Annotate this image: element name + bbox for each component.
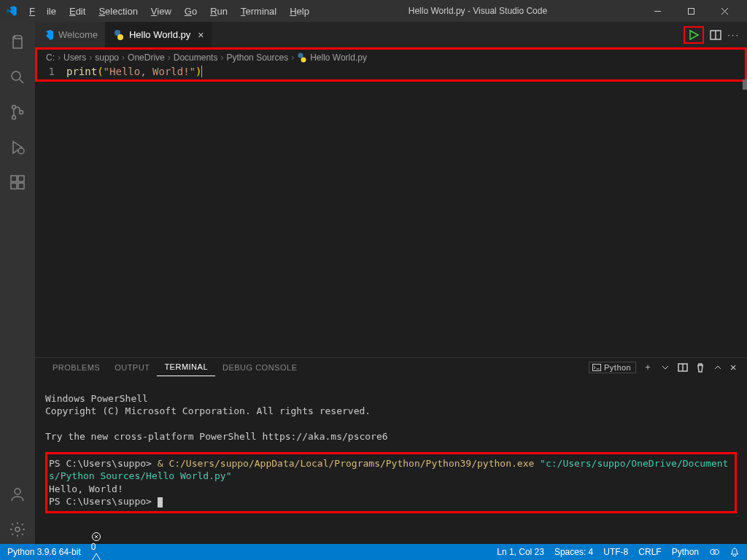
minimap[interactable]	[743, 79, 747, 90]
breadcrumb-seg[interactable]: Hello World.py	[310, 52, 367, 63]
breadcrumb-seg[interactable]: Python Sources	[226, 52, 288, 63]
tab-bar: Welcome Hello World.py × ···	[35, 22, 747, 47]
split-terminal-icon[interactable]	[678, 362, 688, 373]
chevron-right-icon: ›	[89, 52, 92, 63]
explorer-icon[interactable]	[0, 28, 35, 57]
chevron-up-icon[interactable]	[713, 362, 723, 373]
run-play-icon[interactable]	[688, 29, 700, 41]
chevron-right-icon: ›	[168, 52, 171, 63]
tab-label: Welcome	[58, 29, 98, 40]
menu-run[interactable]: Run	[204, 3, 233, 20]
svg-rect-7	[11, 183, 17, 189]
menu-help[interactable]: Help	[284, 3, 315, 20]
breadcrumb[interactable]: C:› Users› suppo› OneDrive› Documents› P…	[37, 50, 745, 66]
chevron-right-icon: ›	[122, 52, 125, 63]
panel-tab-terminal[interactable]: TERMINAL	[157, 358, 215, 376]
code-line[interactable]: print("Hello, World!")	[66, 66, 745, 78]
breadcrumb-seg[interactable]: Documents	[174, 52, 218, 63]
close-panel-icon[interactable]: ×	[730, 361, 737, 373]
status-language[interactable]: Python	[672, 547, 699, 557]
panel-tab-debug[interactable]: DEBUG CONSOLE	[215, 359, 304, 376]
settings-gear-icon[interactable]	[0, 515, 35, 544]
menu-bar: File Edit Selection View Go Run Terminal…	[23, 3, 315, 20]
terminal-prompt: PS C:\Users\suppo>	[49, 496, 158, 507]
search-icon[interactable]	[0, 63, 35, 92]
close-button[interactable]	[708, 0, 741, 22]
menu-selection[interactable]: Selection	[93, 3, 143, 20]
trash-icon[interactable]	[695, 362, 705, 373]
line-number: 1	[37, 66, 66, 78]
svg-rect-9	[18, 176, 24, 182]
vscode-icon	[42, 29, 54, 41]
close-icon[interactable]: ×	[198, 29, 204, 41]
status-encoding[interactable]: UTF-8	[603, 547, 628, 557]
title-bar: File Edit Selection View Go Run Terminal…	[0, 0, 747, 22]
svg-point-16	[301, 58, 306, 63]
status-bar: Python 3.9.6 64-bit 0 0 Ln 1, Col 23 Spa…	[0, 544, 747, 560]
maximize-button[interactable]	[674, 0, 708, 22]
terminal-highlight: PS C:\Users\suppo> & C:/Users/suppo/AppD…	[45, 452, 737, 513]
terminal-output[interactable]: Windows PowerShell Copyright (C) Microso…	[35, 376, 747, 545]
menu-go[interactable]: Go	[179, 3, 203, 20]
cursor	[201, 66, 202, 77]
chevron-down-icon[interactable]	[660, 362, 670, 373]
svg-point-21	[714, 550, 719, 555]
svg-point-1	[12, 71, 20, 80]
status-eol[interactable]: CRLF	[638, 547, 661, 557]
code-editor[interactable]: 1 print("Hello, World!")	[37, 66, 745, 79]
menu-terminal[interactable]: Terminal	[235, 3, 282, 20]
svg-rect-0	[688, 8, 694, 14]
vscode-logo-icon	[6, 5, 18, 17]
chevron-right-icon: ›	[291, 52, 294, 63]
tab-welcome[interactable]: Welcome	[35, 22, 106, 47]
run-button-highlight	[684, 26, 704, 44]
svg-point-2	[12, 106, 16, 109]
svg-rect-6	[11, 176, 17, 182]
panel-tab-output[interactable]: OUTPUT	[107, 359, 157, 376]
terminal-shell-selector[interactable]: Python	[589, 362, 636, 373]
panel-tabs: PROBLEMS OUTPUT TERMINAL DEBUG CONSOLE P…	[35, 358, 747, 376]
svg-point-11	[15, 527, 20, 532]
status-problems[interactable]: 0 0	[91, 532, 101, 560]
new-terminal-icon[interactable]: ＋	[643, 361, 653, 373]
python-file-icon	[113, 29, 125, 41]
chevron-right-icon: ›	[58, 52, 61, 63]
breadcrumb-seg[interactable]: suppo	[95, 52, 119, 63]
svg-rect-17	[592, 364, 600, 370]
status-spaces[interactable]: Spaces: 4	[554, 547, 593, 557]
run-debug-icon[interactable]	[0, 133, 35, 162]
status-position[interactable]: Ln 1, Col 23	[497, 547, 544, 557]
terminal-line: Windows PowerShell	[45, 393, 148, 404]
chevron-right-icon: ›	[220, 52, 223, 63]
breadcrumb-seg[interactable]: Users	[63, 52, 86, 63]
breadcrumb-seg[interactable]: OneDrive	[128, 52, 165, 63]
bell-icon[interactable]	[729, 547, 740, 557]
terminal-line: Copyright (C) Microsoft Corporation. All…	[45, 405, 371, 416]
activity-bar	[0, 22, 35, 544]
breadcrumb-seg[interactable]: C:	[46, 52, 55, 63]
menu-view[interactable]: View	[145, 3, 177, 20]
panel: PROBLEMS OUTPUT TERMINAL DEBUG CONSOLE P…	[35, 357, 747, 544]
status-python-version[interactable]: Python 3.9.6 64-bit	[7, 547, 81, 557]
tab-label: Hello World.py	[129, 29, 190, 40]
menu-file[interactable]: File	[23, 3, 62, 20]
svg-point-13	[117, 34, 123, 40]
terminal-cursor	[158, 497, 163, 508]
feedback-icon[interactable]	[709, 547, 719, 557]
svg-point-15	[298, 53, 303, 58]
more-actions-icon[interactable]: ···	[727, 29, 740, 40]
menu-edit[interactable]: Edit	[63, 3, 91, 20]
panel-tab-problems[interactable]: PROBLEMS	[45, 359, 107, 376]
tab-file[interactable]: Hello World.py ×	[106, 22, 212, 47]
terminal-line: Try the new cross-platform PowerShell ht…	[45, 431, 388, 442]
svg-point-3	[12, 116, 16, 120]
terminal-cmd: & C:/Users/suppo/AppData/Local/Programs/…	[158, 458, 540, 469]
editor-highlight: C:› Users› suppo› OneDrive› Documents› P…	[35, 47, 747, 82]
split-editor-icon[interactable]	[710, 29, 721, 41]
editor-empty-area[interactable]	[35, 82, 747, 357]
extensions-icon[interactable]	[0, 168, 35, 197]
minimize-button[interactable]	[640, 0, 674, 22]
source-control-icon[interactable]	[0, 98, 35, 127]
terminal-icon	[592, 363, 601, 372]
accounts-icon[interactable]	[0, 480, 35, 509]
